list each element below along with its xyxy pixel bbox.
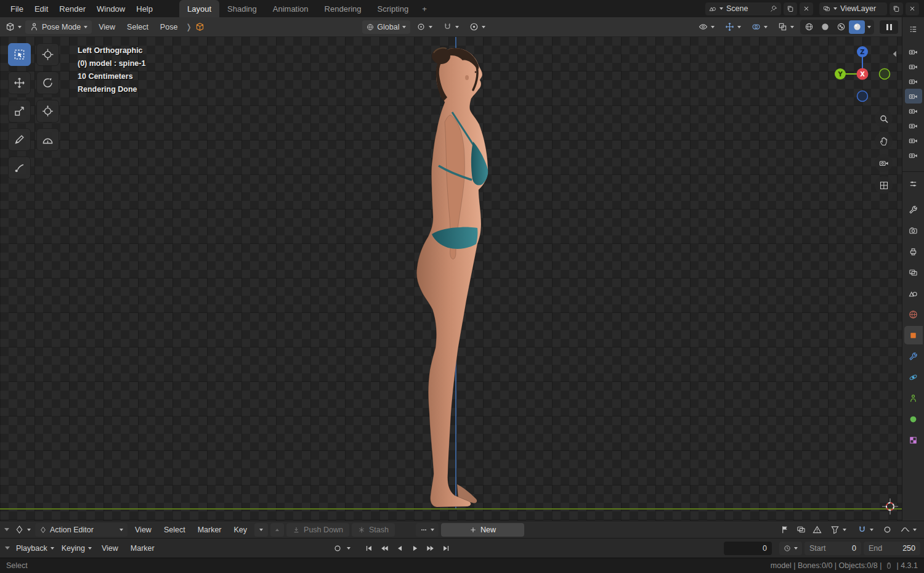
scene-selector[interactable]: Scene xyxy=(705,2,781,15)
properties-tab-tool[interactable] xyxy=(904,200,923,219)
filter-dropdown[interactable] xyxy=(826,523,851,537)
proportional-edit-button[interactable] xyxy=(880,523,894,537)
menu-help[interactable]: Help xyxy=(131,0,158,17)
shading-wireframe-button[interactable] xyxy=(801,20,817,34)
properties-tab-world[interactable] xyxy=(904,305,923,323)
menu-ds-view[interactable]: View xyxy=(130,521,156,538)
menu-edit[interactable]: Edit xyxy=(29,0,54,17)
editor-type-selector[interactable] xyxy=(4,20,23,34)
sidebar-toggle-arrow[interactable] xyxy=(890,49,899,59)
menu-ds-key[interactable]: Key xyxy=(229,521,253,538)
perspective-toggle-button[interactable] xyxy=(875,176,893,194)
pin-icon[interactable] xyxy=(770,5,777,12)
shading-solid-button[interactable] xyxy=(817,20,833,34)
tool-scale[interactable] xyxy=(8,100,31,123)
frame-start-field[interactable]: Start 0 xyxy=(804,542,861,555)
action-down-button[interactable] xyxy=(254,523,268,537)
properties-tab-physics[interactable] xyxy=(904,368,923,386)
jump-to-end-button[interactable] xyxy=(439,542,453,555)
shading-material-button[interactable] xyxy=(833,20,849,34)
properties-tab-material[interactable] xyxy=(904,410,923,428)
add-workspace-button[interactable]: + xyxy=(416,0,432,17)
properties-tab-object[interactable] xyxy=(904,326,923,344)
camera-view-button[interactable] xyxy=(875,154,893,172)
properties-tab-render[interactable] xyxy=(904,221,923,240)
play-reverse-button[interactable] xyxy=(392,542,407,555)
editor-corner-icon[interactable] xyxy=(5,547,10,550)
menu-ds-marker[interactable]: Marker xyxy=(193,521,227,538)
new-viewlayer-button[interactable] xyxy=(890,2,903,15)
properties-tab-texture[interactable] xyxy=(904,431,923,449)
zoom-button[interactable] xyxy=(875,110,893,128)
editor-corner-icon[interactable] xyxy=(4,528,9,531)
viewlayer-selector[interactable]: ViewLayer xyxy=(819,2,887,15)
menu-window[interactable]: Window xyxy=(91,0,131,17)
menu-pose[interactable]: Pose xyxy=(155,17,183,36)
properties-tab-output[interactable] xyxy=(904,242,923,261)
transform-orientation-selector[interactable]: Global xyxy=(362,20,410,34)
delete-scene-button[interactable] xyxy=(800,2,813,15)
auto-keying-button[interactable] xyxy=(330,542,344,555)
gizmo-axis-neg-y[interactable] xyxy=(880,69,890,79)
tool-cursor[interactable] xyxy=(36,43,59,66)
current-frame-field[interactable]: 0 xyxy=(724,542,772,555)
menu-ds-select[interactable]: Select xyxy=(159,521,190,538)
only-selected-filter-button[interactable] xyxy=(778,523,792,537)
properties-tab-data[interactable] xyxy=(904,389,923,407)
tool-move[interactable] xyxy=(8,71,31,94)
new-action-button[interactable]: New xyxy=(441,523,524,537)
tool-pose-breakdowner[interactable] xyxy=(8,156,31,179)
menu-view[interactable]: View xyxy=(94,17,120,36)
outliner-row-camera-toggle[interactable] xyxy=(905,44,922,59)
fcurve-dropdown[interactable] xyxy=(896,523,921,537)
viewport-canvas[interactable]: Left Orthographic (0) model : spine-1 10… xyxy=(0,37,902,521)
workspace-tab-shading[interactable]: Shading xyxy=(219,0,265,17)
outliner-row-camera-toggle[interactable] xyxy=(905,59,922,74)
playback-menu[interactable]: Playback xyxy=(14,542,57,555)
tool-rotate[interactable] xyxy=(36,71,59,94)
breadcrumb-arrow-icon[interactable]: ❭ xyxy=(185,22,192,31)
show-hidden-button[interactable] xyxy=(794,523,808,537)
outliner-row-camera-toggle[interactable] xyxy=(905,148,922,163)
menu-select[interactable]: Select xyxy=(122,17,153,36)
character-model[interactable] xyxy=(402,44,494,513)
outliner-row-camera-toggle[interactable] xyxy=(905,133,922,148)
properties-tab-scene[interactable] xyxy=(904,284,923,303)
tool-annotate[interactable] xyxy=(8,128,31,151)
delete-viewlayer-button[interactable] xyxy=(906,2,919,15)
gizmos-toggle[interactable] xyxy=(721,20,745,34)
frame-end-field[interactable]: End 250 xyxy=(864,542,920,555)
properties-tab-modifiers[interactable] xyxy=(904,347,923,365)
push-down-button[interactable]: Push Down xyxy=(286,523,349,537)
new-scene-button[interactable] xyxy=(784,2,797,15)
outliner-row-camera-toggle[interactable] xyxy=(905,104,922,118)
properties-tab-view-layer[interactable] xyxy=(904,263,923,282)
menu-tl-marker[interactable]: Marker xyxy=(126,538,160,558)
menu-tl-view[interactable]: View xyxy=(97,538,123,558)
workspace-tab-layout[interactable]: Layout xyxy=(179,0,219,17)
snapping-dropdown[interactable] xyxy=(853,523,878,537)
overlays-toggle[interactable] xyxy=(747,20,772,34)
workspace-tab-rendering[interactable]: Rendering xyxy=(317,0,370,17)
keying-menu[interactable]: Keying xyxy=(59,542,94,555)
pan-button[interactable] xyxy=(875,132,893,150)
tool-transform[interactable] xyxy=(36,100,59,123)
action-up-button[interactable] xyxy=(270,523,284,537)
stash-button[interactable]: Stash xyxy=(352,523,395,537)
mode-selector[interactable]: Pose Mode xyxy=(25,20,92,34)
gizmo-axis-neg-z[interactable] xyxy=(857,91,868,102)
outliner-row-camera-toggle[interactable] xyxy=(905,118,922,133)
tool-select-box[interactable] xyxy=(8,43,31,66)
navigation-gizmo[interactable]: Z Y X xyxy=(834,46,891,102)
playback-sync-dropdown[interactable] xyxy=(779,542,802,555)
browse-action-dropdown[interactable] xyxy=(416,523,439,537)
menu-file[interactable]: File xyxy=(5,0,29,17)
menu-render[interactable]: Render xyxy=(54,0,91,17)
outliner-row-camera-toggle-active[interactable] xyxy=(905,89,922,104)
active-object-icon[interactable] xyxy=(195,22,205,31)
show-errors-button[interactable] xyxy=(810,523,824,537)
tool-measure[interactable] xyxy=(36,128,59,151)
next-keyframe-button[interactable] xyxy=(423,542,437,555)
workspace-tab-scripting[interactable]: Scripting xyxy=(370,0,417,17)
jump-to-start-button[interactable] xyxy=(362,542,376,555)
